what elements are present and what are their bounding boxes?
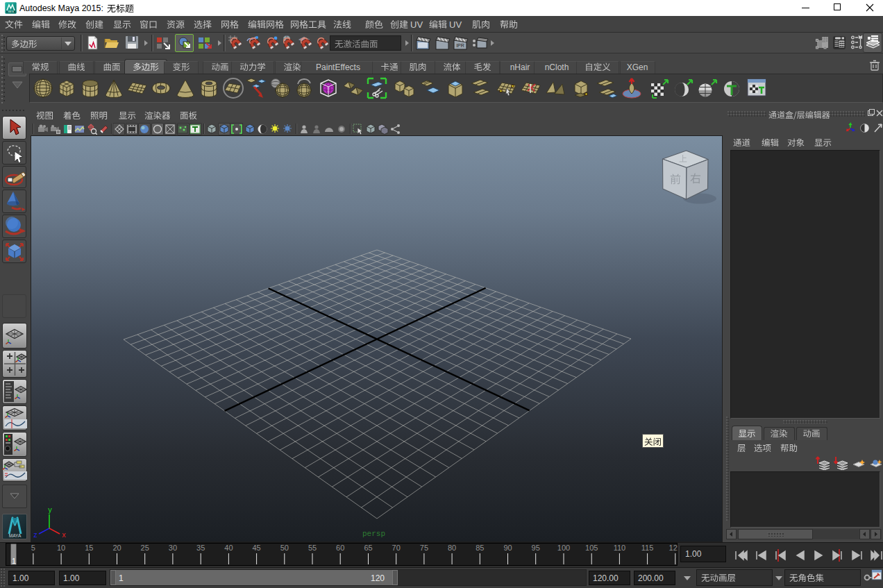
svg-text:50: 50 <box>280 544 289 552</box>
svg-text:105: 105 <box>585 544 598 552</box>
svg-text:100: 100 <box>557 544 570 552</box>
svg-text:115: 115 <box>641 544 654 552</box>
svg-text:y: y <box>48 507 52 514</box>
svg-text:persp: persp <box>362 530 385 538</box>
svg-text:z: z <box>33 532 37 539</box>
svg-text:70: 70 <box>392 544 401 552</box>
svg-text:20: 20 <box>112 544 121 552</box>
svg-text:MAYA: MAYA <box>9 533 22 538</box>
svg-text:1: 1 <box>12 557 16 565</box>
svg-text:10: 10 <box>57 544 65 552</box>
svg-text:40: 40 <box>224 544 233 552</box>
svg-text:80: 80 <box>448 544 456 552</box>
svg-text:120: 120 <box>669 544 678 552</box>
svg-text:95: 95 <box>532 544 540 552</box>
svg-text:65: 65 <box>364 544 372 552</box>
svg-text:55: 55 <box>308 544 317 552</box>
svg-text:35: 35 <box>196 544 205 552</box>
svg-text:60: 60 <box>336 544 344 552</box>
svg-text:75: 75 <box>420 544 428 552</box>
svg-text:IPR: IPR <box>456 43 464 48</box>
svg-text:45: 45 <box>252 544 260 552</box>
svg-text:90: 90 <box>503 544 512 552</box>
svg-text:x: x <box>62 532 66 539</box>
svg-text:15: 15 <box>85 544 93 552</box>
svg-text:85: 85 <box>476 544 484 552</box>
svg-text:MAYA: MAYA <box>8 10 14 13</box>
svg-text:110: 110 <box>614 544 626 552</box>
svg-text:30: 30 <box>169 544 177 552</box>
svg-text:5: 5 <box>31 544 35 552</box>
svg-text:25: 25 <box>141 544 149 552</box>
